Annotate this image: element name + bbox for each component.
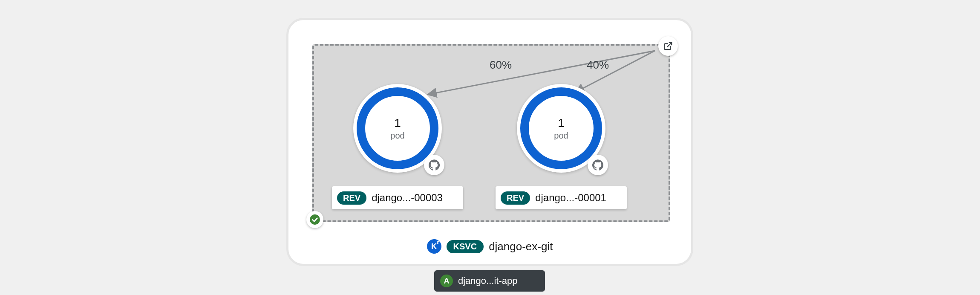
rev-badge: REV	[337, 191, 366, 205]
traffic-pct-left: 60%	[490, 58, 512, 72]
revision-label-left[interactable]: REV django...-00003	[332, 186, 463, 209]
service-card[interactable]: 60% 40% 1 pod 1 pod	[286, 18, 693, 266]
knative-icon-sup: n	[437, 240, 439, 245]
pod-unit: pod	[390, 131, 404, 141]
application-letter-badge: A	[440, 275, 453, 287]
github-icon	[429, 159, 440, 171]
knative-icon-letter: K	[431, 242, 437, 251]
svg-line-2	[667, 43, 672, 47]
pod-count: 1	[558, 116, 565, 130]
pod-donut-left[interactable]: 1 pod	[353, 84, 442, 173]
github-icon	[592, 159, 603, 171]
rev-name-left: django...-00003	[372, 192, 443, 204]
revision-label-right[interactable]: REV django...-00001	[496, 186, 627, 209]
ksvc-row[interactable]: K n KSVC django-ex-git	[288, 239, 691, 254]
revisions-group: 60% 40% 1 pod 1 pod	[312, 44, 670, 222]
traffic-pct-right: 40%	[587, 58, 609, 72]
knative-icon: K n	[427, 239, 441, 254]
pod-donut-right[interactable]: 1 pod	[517, 84, 605, 173]
application-name: django...it-app	[458, 275, 517, 286]
source-badge-right[interactable]	[588, 155, 608, 175]
ksvc-name: django-ex-git	[489, 240, 553, 253]
rev-badge: REV	[501, 191, 530, 205]
check-circle-icon	[309, 214, 320, 225]
external-link-icon	[663, 41, 673, 51]
application-letter: A	[444, 277, 450, 286]
ksvc-badge: KSVC	[447, 240, 484, 253]
status-check-badge	[306, 211, 323, 228]
rev-name-right: django...-00001	[535, 192, 606, 204]
pod-count: 1	[394, 116, 401, 130]
svg-point-3	[310, 214, 320, 225]
pod-unit: pod	[554, 131, 568, 141]
application-pill[interactable]: A django...it-app	[434, 270, 545, 292]
open-url-button[interactable]	[658, 36, 678, 56]
source-badge-left[interactable]	[424, 155, 444, 175]
